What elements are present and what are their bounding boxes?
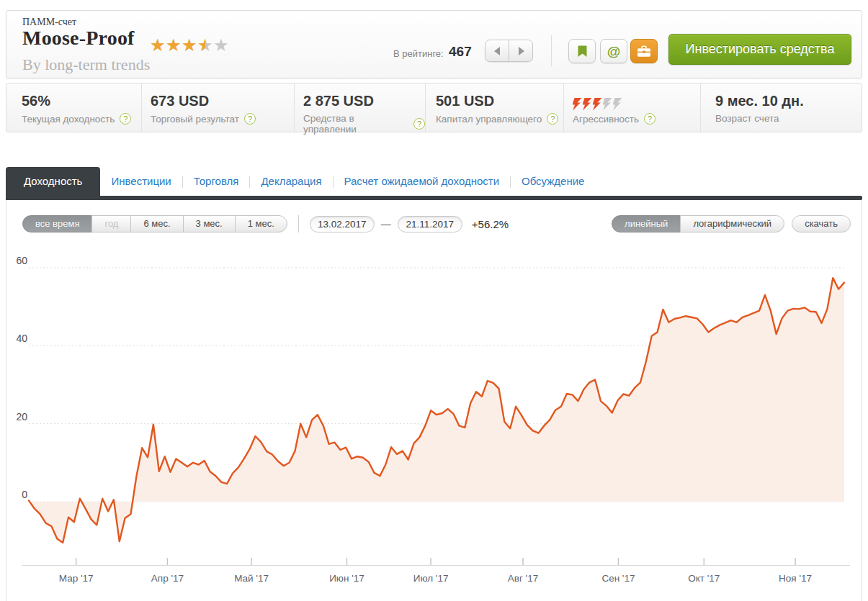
bookmark-button[interactable] xyxy=(568,39,596,63)
account-header: ПАММ-счет Moose-Proof ★★★★★★★★★★ By long… xyxy=(6,10,862,78)
date-to-input[interactable]: 21.11.2017 xyxy=(398,216,462,232)
stat-средства-в-управлении: 2 875 USDСредства в управлении? xyxy=(294,83,425,132)
chart-controls: все времягод6 мес.3 мес.1 мес. 13.02.201… xyxy=(22,215,851,232)
svg-text:Апр '17: Апр '17 xyxy=(151,573,184,584)
tab-инвестиции[interactable]: Инвестиции xyxy=(100,167,182,196)
star-icon: ★★ xyxy=(197,37,213,54)
next-account-button[interactable] xyxy=(509,40,533,62)
scale-controls: линейныйлогарифмический скачать xyxy=(612,215,851,232)
stat-value: 2 875 USD xyxy=(303,93,425,111)
period-change-value: +56.2% xyxy=(472,218,509,230)
stat-агрессивность: Агрессивность? xyxy=(563,83,700,132)
question-circle-icon[interactable]: ? xyxy=(120,113,131,125)
stat-label: Средства в управлении xyxy=(303,113,408,135)
svg-text:Мар '17: Мар '17 xyxy=(59,573,94,584)
aggressiveness-bolts xyxy=(573,93,700,111)
briefcase-icon xyxy=(637,45,651,58)
ranking-label: В рейтинге: xyxy=(393,48,444,59)
stat-торговый-результат: 673 USDТорговый результат? xyxy=(141,83,294,132)
stat-value: 673 USD xyxy=(151,93,294,111)
stat-label: Торговый результат xyxy=(151,114,239,125)
lightning-bolt-icon xyxy=(593,98,602,111)
invest-button[interactable]: Инвестировать средства xyxy=(668,34,851,65)
stat-возраст-счета: 9 мес. 10 дн.Возраст счета xyxy=(700,83,859,132)
ranking-value: 467 xyxy=(449,44,472,60)
tab-доходность[interactable]: Доходность xyxy=(6,167,100,196)
chevron-right-icon xyxy=(519,47,529,55)
scale-button-логарифмический[interactable]: логарифмический xyxy=(680,215,784,232)
stat-текущая-доходность: 56%Текущая доходность? xyxy=(6,83,141,132)
star-icon: ★★ xyxy=(182,37,197,54)
tab-расчет-ожидаемой-доходности[interactable]: Расчет ожидаемой доходности xyxy=(334,167,511,196)
chevron-left-icon xyxy=(490,47,500,55)
svg-text:40: 40 xyxy=(16,333,27,344)
at-icon: @ xyxy=(607,45,621,58)
returns-chart: 0204060Мар '17Апр '17Май '17Июн '17Июл '… xyxy=(0,238,868,601)
account-subtitle: By long-term trends xyxy=(22,55,150,74)
question-circle-icon[interactable]: ? xyxy=(644,113,656,125)
star-icon: ★★ xyxy=(166,37,182,54)
question-circle-icon[interactable]: ? xyxy=(244,113,256,125)
range-button-3-мес-[interactable]: 3 мес. xyxy=(183,215,236,232)
pamm-account-page: ПАММ-счет Moose-Proof ★★★★★★★★★★ By long… xyxy=(0,0,868,601)
range-button-год[interactable]: год xyxy=(91,215,131,232)
tabs: ДоходностьИнвестицииТорговляДекларацияРа… xyxy=(6,167,595,196)
lightning-bolt-icon xyxy=(573,98,582,111)
tab-обсуждение[interactable]: Обсуждение xyxy=(511,167,595,196)
page-title: Moose-Proof xyxy=(22,27,135,50)
stat-value: 9 мес. 10 дн. xyxy=(715,93,859,111)
star-icon: ★★ xyxy=(150,37,166,54)
svg-text:Июл '17: Июл '17 xyxy=(413,573,449,584)
header-divider xyxy=(551,35,552,66)
date-range-dash: — xyxy=(381,218,391,230)
question-circle-icon[interactable]: ? xyxy=(547,113,558,125)
rating-pager xyxy=(485,40,533,62)
lightning-bolt-icon xyxy=(583,98,592,111)
range-segmented-control: все времягод6 мес.3 мес.1 мес. xyxy=(22,215,287,232)
stat-label: Капитал управляющего xyxy=(436,114,542,125)
range-button-все-время[interactable]: все время xyxy=(22,215,92,232)
download-button[interactable]: скачать xyxy=(792,215,851,232)
stat-value: 56% xyxy=(22,93,141,111)
controls-divider xyxy=(298,215,299,232)
tab-декларация[interactable]: Декларация xyxy=(250,167,332,196)
svg-text:Авг '17: Авг '17 xyxy=(508,573,538,584)
lightning-bolt-icon xyxy=(603,98,612,111)
stat-value: 501 USD xyxy=(436,93,563,111)
svg-text:Окт '17: Окт '17 xyxy=(688,573,720,584)
question-circle-icon[interactable]: ? xyxy=(413,118,425,130)
stat-label: Текущая доходность xyxy=(22,114,115,125)
svg-text:Ноя '17: Ноя '17 xyxy=(779,573,812,584)
stat-капитал-управляющего: 501 USDКапитал управляющего? xyxy=(425,83,563,132)
prev-account-button[interactable] xyxy=(485,40,509,62)
email-subscribe-button[interactable]: @ xyxy=(600,39,627,63)
svg-text:20: 20 xyxy=(16,411,27,422)
bookmark-icon xyxy=(578,45,587,58)
svg-text:60: 60 xyxy=(16,255,27,266)
date-from-input[interactable]: 13.02.2017 xyxy=(310,216,375,232)
tab-торговля[interactable]: Торговля xyxy=(183,167,250,196)
scale-button-линейный[interactable]: линейный xyxy=(612,215,681,232)
lightning-bolt-icon xyxy=(613,98,622,111)
stats-bar: 56%Текущая доходность?673 USDТорговый ре… xyxy=(6,83,862,132)
range-button-6-мес-[interactable]: 6 мес. xyxy=(130,215,183,232)
svg-text:0: 0 xyxy=(22,489,27,500)
scale-segmented-control: линейныйлогарифмический xyxy=(612,215,784,232)
stat-label: Агрессивность xyxy=(573,114,639,125)
svg-text:Июн '17: Июн '17 xyxy=(329,573,364,584)
stat-label: Возраст счета xyxy=(715,113,779,124)
star-icon: ★★ xyxy=(213,37,229,54)
svg-text:Сен '17: Сен '17 xyxy=(601,573,635,584)
svg-text:Май '17: Май '17 xyxy=(234,573,269,584)
portfolio-button[interactable] xyxy=(630,39,658,63)
range-button-1-мес-[interactable]: 1 мес. xyxy=(235,215,287,232)
star-rating: ★★★★★★★★★★ xyxy=(150,37,229,54)
